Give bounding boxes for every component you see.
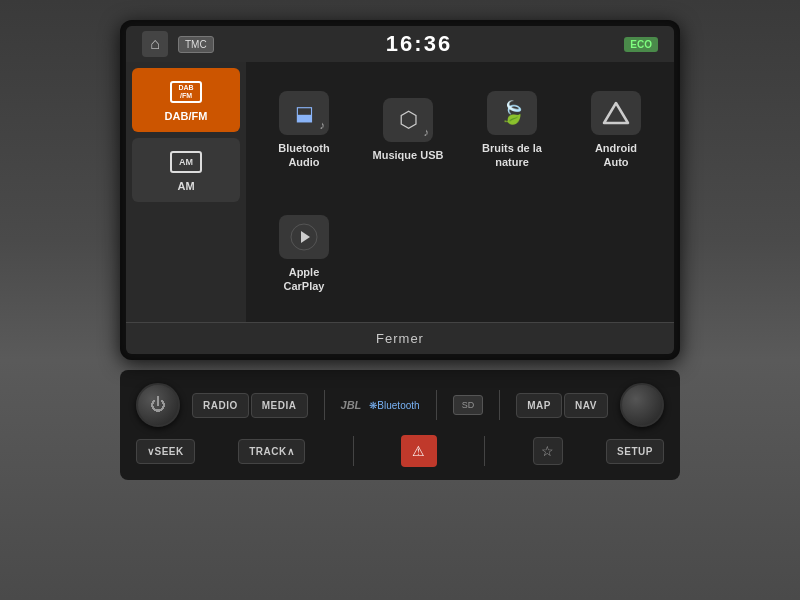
divider-2	[436, 390, 437, 420]
divider-3	[499, 390, 500, 420]
android-auto-icon	[591, 91, 641, 135]
tmc-badge: TMC	[178, 36, 214, 53]
sd-slot: SD	[453, 395, 484, 415]
close-bar-label: Fermer	[376, 331, 424, 346]
musique-usb-label: Musique USB	[373, 148, 444, 162]
left-knob[interactable]: ⏻	[136, 383, 180, 427]
divider-5	[484, 436, 485, 466]
bruits-nature-icon: 🍃	[487, 91, 537, 135]
setup-button[interactable]: SETUP	[606, 439, 664, 464]
sidebar: DAB/FM DAB/FM AM AM	[126, 62, 246, 322]
home-button[interactable]: ⌂	[142, 31, 168, 57]
bluetooth-indicator: ❋Bluetooth	[369, 400, 419, 411]
header-right: ECO	[624, 37, 658, 52]
center-controls: JBL ❋Bluetooth	[341, 399, 420, 411]
apple-carplay-icon	[279, 215, 329, 259]
hazard-button[interactable]: ⚠	[401, 435, 437, 467]
screen-bezel: ⌂ TMC 16:36 ECO DAB/FM	[120, 20, 680, 360]
divider-1	[324, 390, 325, 420]
map-button[interactable]: MAP	[516, 393, 562, 418]
close-bar[interactable]: Fermer	[126, 322, 674, 354]
grid-item-musique-usb[interactable]: ⬡ ♪ Musique USB	[360, 72, 456, 188]
media-button[interactable]: MEDIA	[251, 393, 308, 418]
apple-carplay-label: AppleCarPlay	[284, 265, 325, 294]
screen: ⌂ TMC 16:36 ECO DAB/FM	[126, 26, 674, 354]
right-button-group: MAP NAV	[516, 393, 608, 418]
hazard-icon: ⚠	[412, 443, 425, 459]
left-button-group: RADIO MEDIA	[192, 393, 307, 418]
grid-item-bluetooth-audio[interactable]: ⬓ ♪ BluetoothAudio	[256, 72, 352, 188]
controls-panel: ⏻ RADIO MEDIA JBL ❋Bluetooth SD MAP NAV	[120, 370, 680, 480]
time-display: 16:36	[386, 31, 452, 57]
musique-usb-icon: ⬡ ♪	[383, 98, 433, 142]
bluetooth-audio-label: BluetoothAudio	[278, 141, 329, 170]
divider-4	[353, 436, 354, 466]
favorite-button[interactable]: ☆	[533, 437, 563, 465]
am-label: AM	[177, 180, 194, 192]
bruits-nature-label: Bruits de lanature	[482, 141, 542, 170]
controls-bottom-row: ∨SEEK TRACK∧ ⚠ ☆ SETUP	[136, 435, 664, 467]
car-body: ⌂ TMC 16:36 ECO DAB/FM	[0, 0, 800, 600]
sidebar-item-dab-fm[interactable]: DAB/FM DAB/FM	[132, 68, 240, 132]
power-icon: ⏻	[150, 396, 166, 414]
media-grid: ⬓ ♪ BluetoothAudio ⬡ ♪ Musique USB	[246, 62, 674, 322]
android-auto-label: AndroidAuto	[595, 141, 637, 170]
seek-button[interactable]: ∨SEEK	[136, 439, 195, 464]
jbl-brand: JBL	[341, 399, 362, 411]
grid-item-apple-carplay[interactable]: AppleCarPlay	[256, 196, 352, 312]
eco-badge: ECO	[624, 37, 658, 52]
header-left: ⌂ TMC	[142, 31, 214, 57]
controls-top-row: ⏻ RADIO MEDIA JBL ❋Bluetooth SD MAP NAV	[136, 383, 664, 427]
sidebar-item-am[interactable]: AM AM	[132, 138, 240, 202]
am-icon: AM	[168, 148, 204, 176]
grid-item-bruits-nature[interactable]: 🍃 Bruits de lanature	[464, 72, 560, 188]
dab-fm-label: DAB/FM	[165, 110, 208, 122]
bluetooth-audio-icon: ⬓ ♪	[279, 91, 329, 135]
grid-item-android-auto[interactable]: AndroidAuto	[568, 72, 664, 188]
dab-fm-icon: DAB/FM	[168, 78, 204, 106]
header-bar: ⌂ TMC 16:36 ECO	[126, 26, 674, 62]
right-knob[interactable]	[620, 383, 664, 427]
nav-button[interactable]: NAV	[564, 393, 608, 418]
svg-marker-0	[604, 103, 628, 123]
star-icon: ☆	[541, 443, 554, 459]
track-button[interactable]: TRACK∧	[238, 439, 305, 464]
radio-button[interactable]: RADIO	[192, 393, 249, 418]
main-content: DAB/FM DAB/FM AM AM	[126, 62, 674, 322]
